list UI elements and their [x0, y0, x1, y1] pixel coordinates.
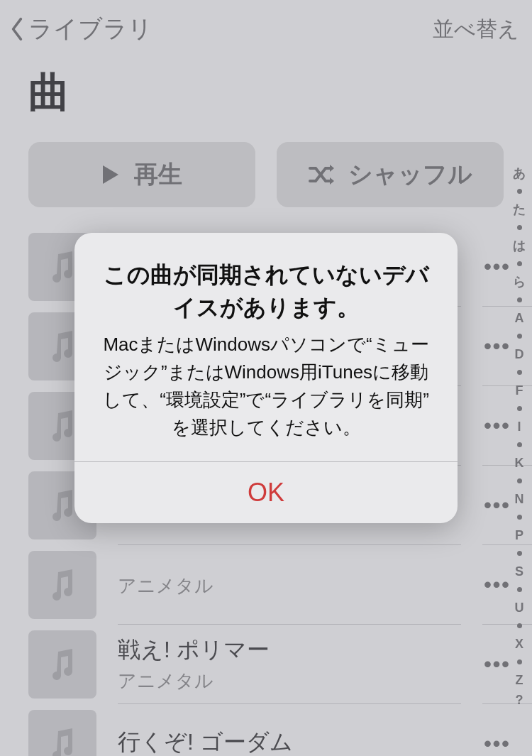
- sync-alert-dialog: この曲が同期されていないデバイスがあります。 MacまたはWindowsパソコン…: [74, 233, 458, 524]
- ok-button[interactable]: OK: [74, 462, 458, 523]
- modal-backdrop: この曲が同期されていないデバイスがあります。 MacまたはWindowsパソコン…: [0, 0, 532, 756]
- dialog-title: この曲が同期されていないデバイスがあります。: [94, 258, 438, 324]
- songs-screen: ライブラリ 並べ替え 曲 再生 シャッフル: [0, 0, 532, 756]
- dialog-message: MacまたはWindowsパソコンで“ミュージック”またはWindows用iTu…: [94, 331, 438, 442]
- dialog-body: この曲が同期されていないデバイスがあります。 MacまたはWindowsパソコン…: [74, 233, 458, 462]
